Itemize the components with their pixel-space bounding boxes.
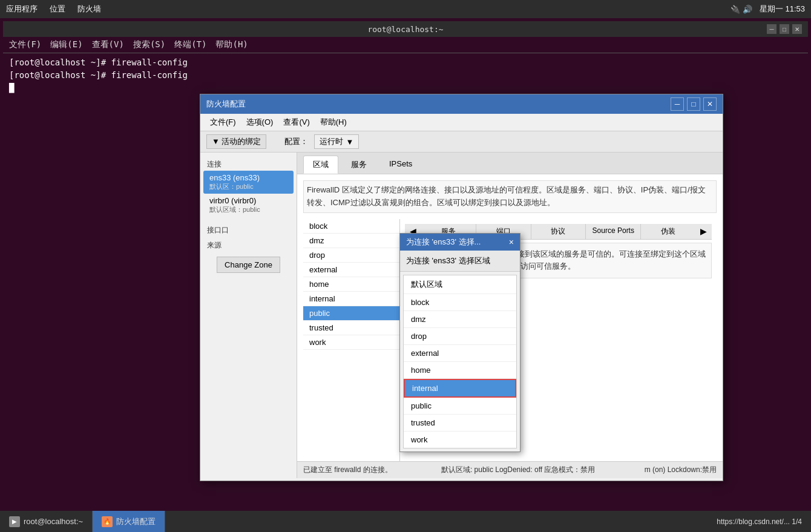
tab-ipsets[interactable]: IPSets <box>379 156 422 174</box>
zsd-item-public[interactable]: public <box>404 398 516 415</box>
sources-section-label: 来源 <box>203 237 294 252</box>
desktop-topbar: 应用程序 位置 防火墙 🔌 🔊 星期一 11:53 <box>0 0 811 18</box>
term-menu-terminal[interactable]: 终端(T) <box>171 38 209 51</box>
config-value: 运行时 <box>320 136 343 147</box>
zsd-item-dmz[interactable]: dmz <box>404 311 516 328</box>
zone-drop[interactable]: drop <box>303 248 399 263</box>
fw-titlebar: 防火墙配置 ─ □ ✕ <box>200 94 723 114</box>
terminal-icon: ▶ <box>9 516 20 527</box>
term-menu-edit[interactable]: 编辑(E) <box>47 38 85 51</box>
status-right: m (on) Lockdown:禁用 <box>645 465 717 475</box>
terminal-cursor: █ <box>9 82 802 94</box>
zone-work[interactable]: work <box>303 335 399 350</box>
zone-internal[interactable]: internal <box>303 292 399 306</box>
ens33-name: ens33 (ens33) <box>209 173 287 182</box>
status-connection: 已建立至 firewalld 的连接。 <box>303 465 392 475</box>
zone-external[interactable]: external <box>303 263 399 277</box>
zone-select-list: 默认区域 block dmz drop external home intern… <box>403 275 517 448</box>
zsd-item-default[interactable]: 默认区域 <box>404 275 516 294</box>
taskbar-item-firewall[interactable]: 🔥 防火墙配置 <box>93 511 165 532</box>
zone-dmz[interactable]: dmz <box>303 234 399 248</box>
zones-list-column: block dmz drop external home internal pu… <box>303 219 400 461</box>
tab-services[interactable]: 服务 <box>341 156 376 174</box>
change-zone-button[interactable]: Change Zone <box>217 257 280 273</box>
taskbar-url: https://blog.csdn.net/... <box>717 517 790 526</box>
term-menu-search[interactable]: 搜索(S) <box>130 38 168 51</box>
system-icons: 🔌 🔊 <box>731 5 752 14</box>
fw-toolbar: ▼ 活动的绑定 配置： 运行时 ▼ <box>200 131 723 153</box>
taskbar-firewall-label: 防火墙配置 <box>116 516 156 527</box>
term-menu-help[interactable]: 帮助(H) <box>212 38 251 51</box>
taskbar-right: https://blog.csdn.net/... 1/4 <box>708 517 811 526</box>
terminal-menubar: 文件(F) 编辑(E) 查看(V) 搜索(S) 终端(T) 帮助(H) <box>3 37 808 53</box>
zsd-item-home[interactable]: home <box>404 362 516 379</box>
taskbar-items: ▶ root@localhost:~ 🔥 防火墙配置 <box>0 511 165 532</box>
fw-status-bar: 已建立至 firewalld 的连接。 默认区域: public LogDeni… <box>297 461 723 478</box>
zsd-item-trusted[interactable]: trusted <box>404 415 516 432</box>
term-menu-view[interactable]: 查看(V) <box>89 38 127 51</box>
nav-col-protocol[interactable]: 协议 <box>531 224 586 239</box>
terminal-window-controls: ─ □ ✕ <box>767 24 802 34</box>
term-menu-file[interactable]: 文件(F) <box>6 38 44 51</box>
nav-right-button[interactable]: ▶ <box>695 224 712 238</box>
sidebar-item-ens33[interactable]: ens33 (ens33) 默认区：public <box>203 171 294 194</box>
config-arrow-icon: ▼ <box>346 137 353 146</box>
app-menu[interactable]: 应用程序 <box>6 4 38 15</box>
zone-select-dialog: 为连接 'ens33' 选择... × 为连接 'ens33' 选择区域 默认区… <box>399 233 520 452</box>
terminal-line-1: [root@localhost ~]# firewall-config <box>9 56 802 69</box>
fw-menu-view[interactable]: 查看(V) <box>280 116 313 129</box>
terminal-title: root@localhost:~ <box>367 25 443 34</box>
connections-section-label: 连接 <box>203 156 294 171</box>
tab-zones[interactable]: 区域 <box>303 156 338 174</box>
location-menu[interactable]: 位置 <box>50 4 65 15</box>
active-binding-button[interactable]: ▼ 活动的绑定 <box>206 134 266 149</box>
zsd-item-block[interactable]: block <box>404 294 516 311</box>
terminal-line-2: [root@localhost ~]# firewall-config <box>9 69 802 82</box>
terminal-close-button[interactable]: ✕ <box>792 24 802 34</box>
fw-menubar: 文件(F) 选项(O) 查看(V) 帮助(H) <box>200 114 723 131</box>
config-label: 配置： <box>284 136 308 147</box>
zsd-item-internal[interactable]: internal <box>404 379 516 398</box>
fw-minimize-button[interactable]: ─ <box>671 97 684 111</box>
zsd-item-work[interactable]: work <box>404 432 516 448</box>
zsd-title: 为连接 'ens33' 选择... <box>406 237 481 248</box>
zone-public[interactable]: public <box>303 306 399 321</box>
zsd-titlebar: 为连接 'ens33' 选择... × <box>400 234 520 251</box>
terminal-content: [root@localhost ~]# firewall-config [roo… <box>3 53 808 97</box>
zones-list: block dmz drop external home internal pu… <box>303 219 399 350</box>
zsd-label: 为连接 'ens33' 选择区域 <box>400 251 520 272</box>
taskbar-pagination: 1/4 <box>792 517 802 526</box>
fw-menu-file[interactable]: 文件(F) <box>206 116 240 129</box>
config-dropdown-button[interactable]: 运行时 ▼ <box>314 134 359 149</box>
terminal-maximize-button[interactable]: □ <box>780 24 789 34</box>
fw-window-controls: ─ □ ✕ <box>671 97 717 111</box>
firewall-menu[interactable]: 防火墙 <box>77 4 101 15</box>
zsd-item-external[interactable]: external <box>404 345 516 362</box>
status-extra: 默认区域: public LogDenied: off 应急模式：禁用 <box>441 465 596 475</box>
fw-maximize-button[interactable]: □ <box>687 97 700 111</box>
fw-menu-help[interactable]: 帮助(H) <box>317 116 350 129</box>
terminal-minimize-button[interactable]: ─ <box>767 24 777 34</box>
nav-col-source-ports[interactable]: Source Ports <box>585 224 640 239</box>
topbar-left: 应用程序 位置 防火墙 <box>6 4 101 15</box>
nav-col-masquerade[interactable]: 伪装 <box>640 224 695 239</box>
zone-home[interactable]: home <box>303 277 399 292</box>
zsd-item-drop[interactable]: drop <box>404 328 516 345</box>
sidebar-item-virbr0[interactable]: virbr0 (virbr0) 默认区域：public <box>203 194 294 217</box>
zone-block[interactable]: block <box>303 219 399 234</box>
active-binding-label: ▼ 活动的绑定 <box>212 136 261 147</box>
fw-menu-options[interactable]: 选项(O) <box>243 116 277 129</box>
zsd-close-button[interactable]: × <box>509 237 514 247</box>
firewall-icon: 🔥 <box>102 516 113 527</box>
zone-description: FirewallD 区域定义了绑定的网络连接、接口以及源地址的可信程度。区域是服… <box>303 180 717 213</box>
virbr0-name: virbr0 (virbr0) <box>209 196 287 205</box>
ens33-zone: 默认区：public <box>209 182 287 191</box>
interfaces-section-label: 接口口 <box>203 222 294 237</box>
fw-close-button[interactable]: ✕ <box>703 97 717 111</box>
fw-sidebar: 连接 ens33 (ens33) 默认区：public virbr0 (virb… <box>200 153 297 478</box>
zone-trusted[interactable]: trusted <box>303 321 399 335</box>
fw-tabs: 区域 服务 IPSets <box>297 153 723 174</box>
taskbar-item-terminal[interactable]: ▶ root@localhost:~ <box>0 511 93 532</box>
virbr0-zone: 默认区域：public <box>209 205 287 214</box>
fw-title: 防火墙配置 <box>206 99 246 110</box>
